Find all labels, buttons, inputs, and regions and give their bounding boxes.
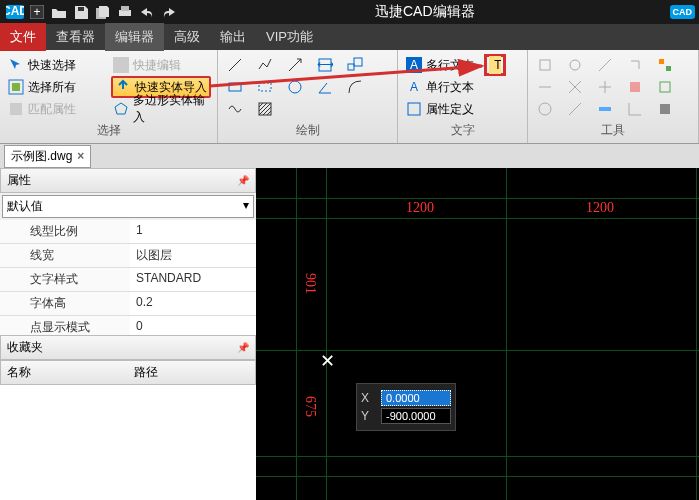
cad-badge: CAD: [670, 5, 696, 19]
menu-editor[interactable]: 编辑器: [105, 23, 164, 51]
circle-icon[interactable]: [284, 76, 306, 98]
chevron-down-icon: ▾: [243, 198, 249, 215]
prop-row: 线型比例1: [0, 220, 256, 244]
new-icon[interactable]: +: [27, 2, 47, 22]
left-panel: 属性 📌 默认值▾ 线型比例1 线宽以图层 文字样式STANDARD 字体高0.…: [0, 168, 256, 500]
tool14-icon[interactable]: [624, 98, 646, 120]
single-text[interactable]: A单行文本: [404, 76, 521, 98]
ribbon: 快速选择 选择所有 匹配属性 快捷编辑 快速实体导入 多边形实体输入 选择 ⟷: [0, 50, 699, 144]
group-label-select: 选择: [6, 122, 211, 139]
svg-point-32: [539, 103, 551, 115]
text-tool-highlighted[interactable]: T: [484, 54, 506, 76]
svg-rect-31: [660, 82, 670, 92]
svg-rect-15: [354, 58, 362, 66]
dim-901: 901: [302, 273, 318, 294]
svg-text:T: T: [494, 58, 501, 72]
menu-viewer[interactable]: 查看器: [46, 23, 105, 51]
tool11-icon[interactable]: [534, 98, 556, 120]
hatch-icon[interactable]: [254, 98, 276, 120]
prop-row: 文字样式STANDARD: [0, 268, 256, 292]
attribute-def[interactable]: 属性定义: [404, 98, 521, 120]
y-value[interactable]: -900.0000: [381, 408, 451, 424]
save-icon[interactable]: [71, 2, 91, 22]
svg-point-18: [289, 81, 301, 93]
arc-icon[interactable]: [344, 76, 366, 98]
dim-675: 675: [302, 396, 318, 417]
tool13-icon[interactable]: [594, 98, 616, 120]
scale-icon[interactable]: [344, 54, 366, 76]
tool5-icon[interactable]: [654, 54, 676, 76]
redo-icon[interactable]: [159, 2, 179, 22]
ribbon-group-draw: ⟷ 绘制: [218, 50, 398, 143]
tool8-icon[interactable]: [594, 76, 616, 98]
polygon-entity-input[interactable]: 多边形实体输入: [111, 98, 212, 120]
quick-select[interactable]: 快速选择: [6, 54, 107, 76]
group-label-tools: 工具: [534, 122, 692, 139]
svg-line-11: [229, 59, 241, 71]
arrow-icon[interactable]: [284, 54, 306, 76]
menu-output[interactable]: 输出: [210, 23, 256, 51]
pin-icon[interactable]: 📌: [237, 342, 249, 353]
line-icon[interactable]: [224, 54, 246, 76]
ribbon-group-select: 快速选择 选择所有 匹配属性 快捷编辑 快速实体导入 多边形实体输入 选择: [0, 50, 218, 143]
menu-advanced[interactable]: 高级: [164, 23, 210, 51]
pin-icon[interactable]: 📌: [237, 175, 249, 186]
undo-icon[interactable]: [137, 2, 157, 22]
tool1-icon[interactable]: [534, 54, 556, 76]
tool6-icon[interactable]: [534, 76, 556, 98]
svg-rect-8: [12, 83, 20, 91]
svg-rect-16: [229, 83, 241, 91]
svg-rect-30: [630, 82, 640, 92]
tool10-icon[interactable]: [654, 76, 676, 98]
rect-icon[interactable]: [224, 76, 246, 98]
svg-point-27: [570, 60, 580, 70]
group-label-draw: 绘制: [224, 122, 391, 139]
properties-header: 属性 📌: [0, 168, 256, 193]
tool9-icon[interactable]: [624, 76, 646, 98]
saveall-icon[interactable]: [93, 2, 113, 22]
svg-rect-17: [259, 83, 271, 91]
x-value[interactable]: 0.0000: [381, 390, 451, 406]
print-icon[interactable]: [115, 2, 135, 22]
angle-icon[interactable]: [314, 76, 336, 98]
col-name: 名称: [1, 361, 128, 384]
svg-rect-14: [348, 64, 354, 70]
drawing-canvas[interactable]: 1200 1200 901 675 ✕ X0.0000 Y-900.0000: [256, 168, 699, 500]
svg-rect-6: [121, 6, 129, 11]
svg-rect-29: [666, 66, 671, 71]
curve-icon[interactable]: [224, 98, 246, 120]
svg-text:+: +: [33, 5, 40, 19]
prop-row: 点显示模式0: [0, 316, 256, 335]
dim-1200a: 1200: [406, 200, 434, 216]
close-icon[interactable]: ×: [77, 149, 84, 163]
document-tabs: 示例图.dwg ×: [0, 144, 699, 168]
tool4-icon[interactable]: [624, 54, 646, 76]
tool3-icon[interactable]: [594, 54, 616, 76]
polyline-icon[interactable]: [254, 54, 276, 76]
properties-list: 线型比例1 线宽以图层 文字样式STANDARD 字体高0.2 点显示模式0 点…: [0, 220, 256, 335]
select-all[interactable]: 选择所有: [6, 76, 107, 98]
tab-document[interactable]: 示例图.dwg ×: [4, 145, 91, 168]
dim-1200b: 1200: [586, 200, 614, 216]
app-icon: CAD: [5, 2, 25, 22]
y-label: Y: [361, 409, 373, 423]
x-label: X: [361, 391, 373, 405]
rect2-icon[interactable]: [254, 76, 276, 98]
col-path: 路径: [128, 361, 255, 384]
default-dropdown[interactable]: 默认值▾: [2, 195, 254, 218]
svg-text:⟷: ⟷: [317, 57, 333, 71]
open-icon[interactable]: [49, 2, 69, 22]
tool15-icon[interactable]: [654, 98, 676, 120]
tool7-icon[interactable]: [564, 76, 586, 98]
menu-file[interactable]: 文件: [0, 23, 46, 51]
quick-edit: 快捷编辑: [111, 54, 212, 76]
prop-row: 字体高0.2: [0, 292, 256, 316]
menu-vip[interactable]: VIP功能: [256, 23, 323, 51]
multiline-text[interactable]: A多行文本 T: [404, 54, 521, 76]
svg-text:A: A: [410, 58, 418, 72]
ribbon-group-text: A多行文本 T A单行文本 属性定义 文字: [398, 50, 528, 143]
dimension-icon[interactable]: ⟷: [314, 54, 336, 76]
tool2-icon[interactable]: [564, 54, 586, 76]
ribbon-group-tools: 工具: [528, 50, 699, 143]
tool12-icon[interactable]: [564, 98, 586, 120]
